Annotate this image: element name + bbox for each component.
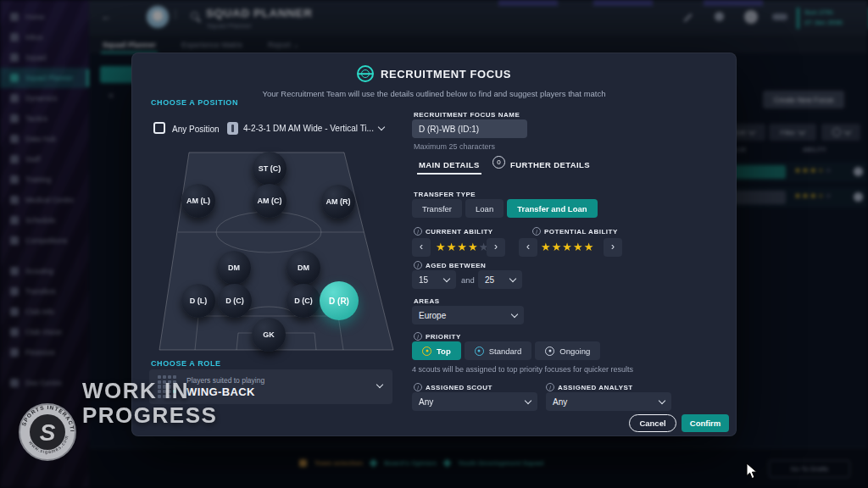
target-icon — [545, 347, 554, 356]
age-max-dropdown[interactable]: 25 — [478, 270, 522, 289]
position-am-c-[interactable]: AM (C) — [253, 184, 287, 218]
choose-role-heading: CHOOSE A ROLE — [151, 359, 221, 368]
aged-between-label: AGED BETWEEN — [426, 262, 486, 269]
info-icon[interactable]: i — [414, 332, 422, 341]
target-icon — [422, 347, 431, 356]
choose-position-heading: CHOOSE A POSITION — [151, 98, 238, 107]
assigned-scout-label: ASSIGNED SCOUT — [426, 384, 492, 391]
position-d-c-[interactable]: D (C) — [218, 284, 252, 318]
star-icon: ★ — [552, 241, 562, 252]
transfer-type-transfer[interactable]: Transfer — [412, 199, 462, 218]
position-dm[interactable]: DM — [217, 251, 251, 285]
work-in-progress-watermark: WORK IN PROGRESS — [82, 379, 217, 428]
star-icon: ★ — [573, 241, 583, 252]
mouse-cursor — [746, 463, 758, 480]
target-icon — [475, 347, 484, 356]
current-ability-increase-button[interactable]: › — [487, 238, 505, 257]
current-ability-label: CURRENT ABILITY — [426, 228, 493, 236]
chevron-down-icon — [659, 396, 665, 403]
cancel-button[interactable]: Cancel — [629, 414, 676, 432]
star-icon: ★ — [436, 241, 446, 252]
tab-main-details[interactable]: MAIN DETAILS — [419, 160, 480, 169]
areas-label: AREAS — [414, 297, 440, 305]
sports-interactive-logo: SPORTS INTERACTIVE www.sigames.com S — [17, 402, 78, 463]
potential-ability-decrease-button[interactable]: ‹ — [519, 238, 537, 257]
star-icon: ★ — [584, 241, 594, 252]
formation-dropdown[interactable]: 4-2-3-1 DM AM Wide - Vertical Ti... — [227, 119, 392, 136]
position-d-l-[interactable]: D (L) — [181, 284, 215, 318]
chevron-down-icon — [511, 310, 518, 317]
recruitment-focus-icon — [357, 65, 374, 82]
info-icon[interactable]: i — [414, 383, 422, 391]
star-icon: ★ — [447, 241, 457, 252]
svg-text:S: S — [40, 419, 56, 446]
chevron-down-icon — [376, 381, 383, 388]
focus-name-hint: Maximum 25 characters — [414, 142, 495, 151]
focus-name-label: RECRUITMENT FOCUS NAME — [414, 111, 520, 119]
priority-segmented: TopStandardOngoing — [412, 341, 600, 360]
chevron-down-icon — [509, 274, 516, 281]
star-icon: ★ — [457, 241, 467, 252]
screen: Create New Focus Edit Filter VALUE ABILI… — [0, 0, 868, 488]
position-gk[interactable]: GK — [252, 318, 286, 352]
info-icon[interactable]: i — [414, 261, 422, 269]
position-am-r-[interactable]: AM (R) — [321, 185, 355, 219]
any-position-label: Any Position — [172, 125, 220, 134]
transfer-type-loan[interactable]: Loan — [465, 199, 504, 218]
and-label: and — [461, 275, 475, 285]
current-ability-stars[interactable]: ★★★★★ — [436, 241, 488, 252]
info-icon[interactable]: i — [414, 227, 422, 236]
formation-icon — [227, 122, 238, 135]
transfer-type-segmented: TransferLoanTransfer and Loan — [412, 199, 598, 218]
current-ability-decrease-button[interactable]: ‹ — [412, 238, 431, 257]
tab-further-details[interactable]: FURTHER DETAILS — [510, 160, 590, 169]
priority-standard[interactable]: Standard — [465, 341, 532, 360]
position-dm[interactable]: DM — [287, 251, 320, 285]
assigned-scout-dropdown[interactable]: Any — [412, 392, 537, 411]
potential-ability-increase-button[interactable]: › — [604, 238, 622, 257]
assigned-analyst-label: ASSIGNED ANALYST — [558, 384, 633, 391]
chevron-down-icon — [443, 274, 450, 281]
age-min-dropdown[interactable]: 15 — [412, 270, 456, 289]
confirm-button[interactable]: Confirm — [682, 414, 729, 432]
priority-ongoing[interactable]: Ongoing — [535, 341, 600, 360]
focus-name-input[interactable]: D (R)-WB (ID:1) — [412, 119, 527, 138]
star-icon: ★ — [562, 241, 572, 252]
star-icon: ★ — [468, 241, 478, 252]
assigned-analyst-dropdown[interactable]: Any — [546, 392, 671, 411]
info-icon[interactable]: i — [532, 227, 541, 236]
areas-dropdown[interactable]: Europe — [412, 306, 524, 324]
potential-ability-label: POTENTIAL ABILITY — [544, 228, 618, 236]
priority-label: PRIORITY — [426, 333, 461, 341]
dialog-title: RECRUITMENT FOCUS — [381, 68, 511, 80]
star-icon: ★ — [541, 241, 551, 252]
any-position-checkbox[interactable] — [153, 122, 165, 134]
transfer-type-label: TRANSFER TYPE — [414, 191, 476, 198]
position-d-r--selected[interactable]: D (R) — [320, 281, 359, 320]
position-st-c-[interactable]: ST (C) — [253, 152, 287, 186]
priority-note: 4 scouts will be assigned to top priorit… — [412, 365, 729, 374]
potential-ability-stars[interactable]: ★★★★★ — [541, 241, 593, 252]
formation-pitch: ST (C)AM (L)AM (C)AM (R)DMDMD (L)D (C)D … — [158, 150, 395, 352]
info-icon[interactable]: i — [546, 383, 554, 391]
chevron-down-icon — [378, 123, 385, 130]
position-am-l-[interactable]: AM (L) — [181, 184, 215, 218]
transfer-type-transfer-and-loan[interactable]: Transfer and Loan — [507, 199, 597, 218]
priority-top[interactable]: Top — [412, 341, 461, 360]
recruitment-focus-dialog: RECRUITMENT FOCUS Your Recruitment Team … — [131, 53, 737, 436]
dialog-subtitle: Your Recruitment Team will use the detai… — [132, 89, 736, 98]
position-d-c-[interactable]: D (C) — [287, 284, 320, 318]
chevron-down-icon — [525, 396, 531, 403]
further-details-badge: 0 — [492, 156, 505, 169]
